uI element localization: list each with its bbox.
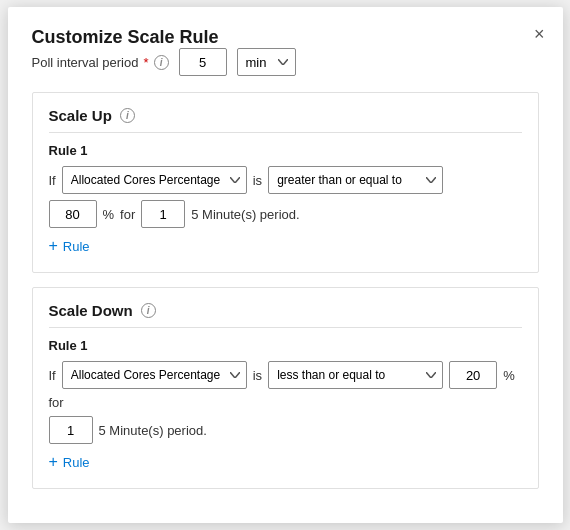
poll-label-text: Poll interval period (32, 55, 139, 70)
scale-down-plus-icon: + (49, 454, 58, 470)
scale-up-percent: % (103, 207, 115, 222)
scale-up-threshold-row: % for 5 Minute(s) period. (49, 200, 522, 228)
scale-down-period-row: 5 Minute(s) period. (49, 416, 522, 444)
scale-down-section: Scale Down i Rule 1 If Allocated Cores P… (32, 287, 539, 489)
scale-down-add-rule-button[interactable]: + Rule (49, 450, 90, 474)
scale-up-threshold-input[interactable] (49, 200, 97, 228)
poll-interval-input[interactable] (179, 48, 227, 76)
scale-down-title-row: Scale Down i (49, 302, 522, 328)
scale-down-info-icon: i (141, 303, 156, 318)
scale-down-rule-label: Rule 1 (49, 338, 522, 353)
scale-up-is-text: is (253, 173, 262, 188)
poll-info-icon: i (154, 55, 169, 70)
scale-down-title: Scale Down (49, 302, 133, 319)
scale-up-add-rule-button[interactable]: + Rule (49, 234, 90, 258)
scale-up-plus-icon: + (49, 238, 58, 254)
scale-down-period-input[interactable] (49, 416, 93, 444)
scale-up-section: Scale Up i Rule 1 If Allocated Cores Per… (32, 92, 539, 273)
scale-down-threshold-input[interactable] (449, 361, 497, 389)
scale-up-info-icon: i (120, 108, 135, 123)
close-button[interactable]: × (534, 25, 545, 43)
scale-up-rule-row: If Allocated Cores Percentage CPU Usage … (49, 166, 522, 194)
customize-scale-rule-dialog: Customize Scale Rule × Poll interval per… (8, 7, 563, 523)
required-star: * (143, 55, 148, 70)
scale-down-for-text: for (49, 395, 64, 410)
scale-up-title-row: Scale Up i (49, 107, 522, 133)
scale-up-metric-select[interactable]: Allocated Cores Percentage CPU Usage Mem… (62, 166, 247, 194)
scale-down-add-rule-label: Rule (63, 455, 90, 470)
scale-down-rule-row: If Allocated Cores Percentage CPU Usage … (49, 361, 522, 410)
scale-down-period-label: 5 Minute(s) period. (99, 423, 207, 438)
scale-up-add-rule-label: Rule (63, 239, 90, 254)
scale-up-period-input[interactable] (141, 200, 185, 228)
poll-unit-select[interactable]: min sec hour (237, 48, 296, 76)
poll-interval-label: Poll interval period * i (32, 55, 169, 70)
scale-down-is-text: is (253, 368, 262, 383)
scale-up-condition-select[interactable]: greater than or equal to less than or eq… (268, 166, 443, 194)
dialog-title: Customize Scale Rule (32, 27, 219, 47)
scale-down-metric-select[interactable]: Allocated Cores Percentage CPU Usage Mem… (62, 361, 247, 389)
scale-up-rule-label: Rule 1 (49, 143, 522, 158)
poll-interval-row: Poll interval period * i min sec hour (32, 48, 539, 76)
scale-up-if-text: If (49, 173, 56, 188)
scale-down-condition-select[interactable]: less than or equal to greater than or eq… (268, 361, 443, 389)
scale-down-if-text: If (49, 368, 56, 383)
scale-up-for-text: for (120, 207, 135, 222)
scale-up-period-label: 5 Minute(s) period. (191, 207, 299, 222)
scale-up-title: Scale Up (49, 107, 112, 124)
scale-down-percent: % (503, 368, 515, 383)
